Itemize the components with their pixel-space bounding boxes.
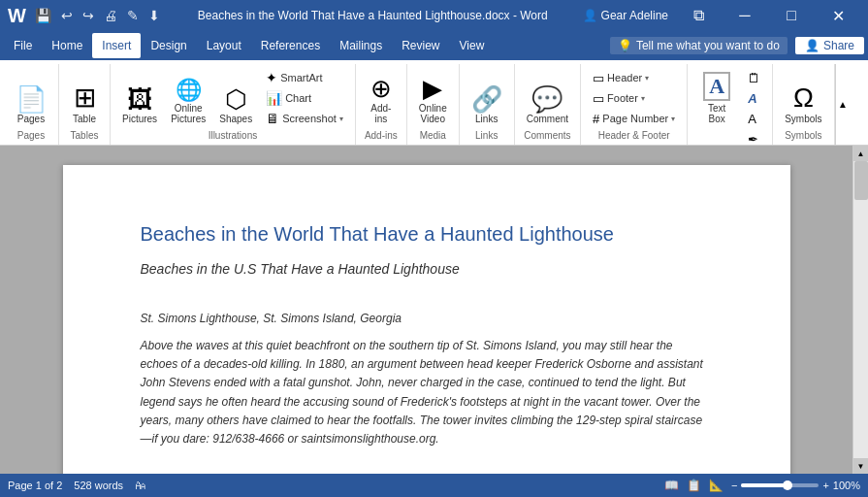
smartart-button[interactable]: ✦ SmartArt [260, 68, 349, 87]
pictures-label: Pictures [122, 114, 157, 124]
signature-icon: ✒ [748, 132, 758, 147]
redo-qat-btn[interactable]: ↪ [80, 8, 97, 23]
dropcap-button[interactable]: A [742, 109, 766, 128]
scroll-down-btn[interactable]: ▼ [853, 458, 869, 474]
restore-btn[interactable]: ⧉ [676, 0, 721, 31]
comment-button[interactable]: 💬 Comment [521, 68, 574, 128]
menu-home[interactable]: Home [42, 33, 92, 58]
links-button[interactable]: 🔗 Links [466, 68, 508, 128]
tables-group-content: ⊞ Table [65, 64, 104, 130]
pictures-icon: 🖼 [127, 86, 152, 112]
ribbon-collapse-btn[interactable]: ▲ [835, 64, 851, 145]
page-number-button[interactable]: # Page Number ▾ [587, 109, 681, 128]
ribbon-group-header-footer: ▭ Header ▾ ▭ Footer ▾ # Page Number ▾ He… [581, 64, 688, 145]
quick-parts-icon: 🗒 [748, 71, 760, 85]
close-btn[interactable]: ✕ [816, 0, 860, 31]
pictures-button[interactable]: 🖼 Pictures [116, 68, 163, 128]
user-area[interactable]: 👤 Gear Adeline [583, 9, 668, 22]
undo-qat-btn[interactable]: ↩ [58, 8, 76, 23]
omega-icon: Ω [793, 84, 814, 112]
comment-icon: 💬 [531, 86, 563, 112]
comment-label: Comment [527, 114, 568, 124]
print-qat-btn[interactable]: 🖨 [101, 8, 120, 23]
menu-mailings[interactable]: Mailings [330, 33, 392, 58]
screenshot-button[interactable]: 🖥 Screenshot ▾ [260, 109, 349, 128]
menu-design[interactable]: Design [141, 33, 196, 58]
zoom-out-icon[interactable]: − [731, 480, 737, 491]
media-group-label: Media [420, 130, 446, 145]
shapes-label: Shapes [219, 114, 252, 124]
scroll-thumb[interactable] [854, 161, 868, 200]
menu-references[interactable]: References [251, 33, 330, 58]
footer-button[interactable]: ▭ Footer ▾ [587, 88, 681, 108]
ribbon-group-comments: 💬 Comment Comments [515, 64, 581, 145]
online-pictures-button[interactable]: 🌐 OnlinePictures [165, 68, 211, 128]
web-layout-btn[interactable]: 📐 [709, 479, 723, 492]
text-col: 🗒 A A ✒ [742, 68, 766, 146]
document-location: St. Simons Lighthouse, St. Simons Island… [141, 312, 713, 325]
illustrations-group-content: 🖼 Pictures 🌐 OnlinePictures ⬡ Shapes ✦ S… [116, 64, 349, 130]
links-group-label: Links [475, 130, 498, 145]
read-mode-btn[interactable]: 📋 [687, 479, 701, 492]
wordart-button[interactable]: A [742, 88, 766, 108]
pages-group-label: Pages [17, 130, 45, 145]
save-qat-btn[interactable]: 💾 [32, 8, 54, 23]
menu-review[interactable]: Review [392, 33, 449, 58]
window-title: Beaches in the World That Have a Haunted… [163, 9, 583, 22]
ribbon: 📄 Pages Pages ⊞ Table Tables 🖼 Pictures … [0, 60, 868, 146]
symbols-button[interactable]: Ω Symbols [779, 68, 827, 128]
header-button[interactable]: ▭ Header ▾ [587, 68, 681, 87]
document-scroll[interactable]: Beaches in the World That Have a Haunted… [0, 146, 852, 474]
shapes-button[interactable]: ⬡ Shapes [213, 68, 258, 128]
ribbon-group-addins: ⊕ Add-ins Add-ins [356, 64, 407, 145]
footer-icon: ▭ [593, 91, 604, 106]
media-group-content: ▶ OnlineVideo [413, 64, 453, 130]
page-number-label: Page Number [602, 113, 668, 124]
print-layout-btn[interactable]: 📖 [664, 479, 679, 492]
chart-button[interactable]: 📊 Chart [260, 88, 349, 108]
minimize-btn[interactable]: ─ [723, 0, 767, 31]
symbols-label: Symbols [785, 114, 821, 124]
scroll-track[interactable] [853, 161, 868, 458]
status-right: 📖 📋 📐 − + 100% [664, 479, 860, 492]
zoom-handle[interactable] [783, 480, 792, 490]
signature-button[interactable]: ✒ [742, 129, 766, 146]
menu-view[interactable]: View [450, 33, 495, 58]
tables-group-label: Tables [71, 130, 99, 145]
pages-label: Pages [17, 114, 45, 124]
links-icon: 🔗 [471, 86, 502, 112]
online-video-button[interactable]: ▶ OnlineVideo [413, 68, 453, 128]
online-pictures-label: OnlinePictures [171, 103, 206, 124]
zoom-fill [741, 483, 788, 487]
word-count: 528 words [74, 480, 123, 491]
edit-qat-btn[interactable]: ✎ [124, 8, 142, 23]
share-button[interactable]: 👤 Share [795, 37, 864, 54]
status-bar: Page 1 of 2 528 words 🗛 📖 📋 📐 − + 100% [0, 474, 868, 497]
header-label: Header [607, 72, 642, 83]
smartart-label: SmartArt [280, 72, 322, 83]
online-video-label: OnlineVideo [419, 103, 447, 124]
hf-col: ▭ Header ▾ ▭ Footer ▾ # Page Number ▾ [587, 68, 681, 128]
menu-insert[interactable]: Insert [92, 33, 141, 58]
addins-button[interactable]: ⊕ Add-ins [362, 68, 401, 128]
menu-file[interactable]: File [4, 33, 42, 58]
smartart-icon: ✦ [266, 70, 277, 85]
tell-me-box[interactable]: 💡 Tell me what you want to do [610, 37, 788, 54]
vertical-scrollbar[interactable]: ▲ ▼ [852, 146, 868, 474]
more-qat-btn[interactable]: ⬇ [145, 8, 163, 23]
quick-parts-button[interactable]: 🗒 [742, 68, 766, 87]
zoom-in-icon[interactable]: + [822, 480, 828, 491]
header-footer-group-content: ▭ Header ▾ ▭ Footer ▾ # Page Number ▾ [587, 64, 681, 130]
textbox-button[interactable]: A TextBox [693, 68, 740, 128]
table-button[interactable]: ⊞ Table [65, 68, 104, 128]
menu-layout[interactable]: Layout [197, 33, 251, 58]
ribbon-group-media: ▶ OnlineVideo Media [407, 64, 460, 145]
pages-button[interactable]: 📄 Pages [10, 68, 52, 128]
maximize-btn[interactable]: □ [769, 0, 814, 31]
textbox-label: TextBox [708, 103, 725, 124]
zoom-track[interactable] [741, 483, 819, 487]
scroll-up-btn[interactable]: ▲ [853, 146, 869, 161]
zoom-control[interactable]: − + 100% [731, 480, 860, 491]
screenshot-icon: 🖥 [266, 111, 279, 126]
addins-label: Add-ins [370, 103, 391, 124]
